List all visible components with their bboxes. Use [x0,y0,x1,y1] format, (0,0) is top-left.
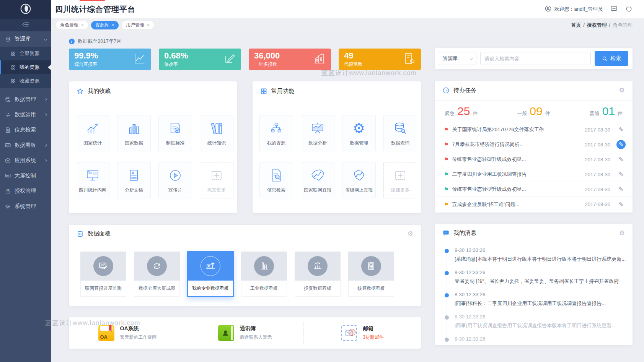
gear-icon[interactable]: ⚙ [619,229,625,237]
user-welcome[interactable]: 欢迎您：andif_管理员 [545,5,603,13]
dashboard-card-investment[interactable]: 投资数据看板 [295,252,341,297]
dashboard-card-my-professional[interactable]: 我的专业数据看板 [187,252,233,297]
task-date: 2017-08-30 [585,201,611,207]
message-item[interactable]: 8-30 12:33:26 [外部消息]本版本将于明日进行系统更新... [445,333,625,345]
sidebar-item-data-dashboard[interactable]: 数据看板 [0,138,51,153]
favorite-tile-promo-video[interactable]: 宣传片 [158,162,192,198]
chevron-right-icon [44,113,47,116]
edit-icon[interactable]: ✎ [616,185,626,194]
close-icon[interactable]: × [112,23,114,28]
quick-link-contacts[interactable]: 通讯簿 最近联系人暂无 [186,322,303,344]
function-tile-provincial-report[interactable]: 省级网上直报 [342,162,376,198]
favorite-tile-knowledge[interactable]: 统计知识 [200,115,233,151]
message-item[interactable]: 8-30 12:33:26 受省委副书记、省长尹力委托，省委常委、常务副省长王宁… [445,266,625,288]
message-item[interactable]: 8-30 12:33:26 [同事]张科长：二季度四川企业用工状况调用工状况调查… [445,288,625,310]
favorite-tile-add-more[interactable]: 添加更多 [200,162,233,198]
edit-icon[interactable]: ✎ [616,170,626,179]
message-item[interactable]: 8-30 12:33:26 [同事]用工状况调查报告用工状况调查报告本版本将于明… [445,310,625,333]
sidebar-item-label: 系统管理 [15,203,36,210]
task-row[interactable]: ⚑ 7月攀枝花市经济运行情况简析.. 2017-08-30 ✎ [435,137,633,152]
favorites-header: 我的收藏 [69,81,237,101]
stat-card-agent-reports[interactable]: 49 代报笔数 [339,49,421,70]
favorite-tile-analysis-doc[interactable]: A 分析文稿 [117,162,151,198]
task-row[interactable]: ⚑ 二季度四川企业用工状况调查报告 2017-08-30 ✎ [435,167,633,182]
sidebar-item-system-management[interactable]: 系统管理 [0,199,51,214]
message-item[interactable]: 8-30 12:33:26 [系统消息]本版本将于明日进行版本将于明日进行版本将… [445,244,625,266]
function-tile-my-resources[interactable]: 我的资源 [259,115,293,151]
edit-icon[interactable]: ✎ [616,200,626,209]
stat-card-modify-rate[interactable]: 0.68% 修改率 [159,49,241,70]
close-icon[interactable]: × [81,23,84,28]
search-input[interactable] [480,52,591,65]
edit-icon[interactable]: ✎ [616,155,626,164]
todo-stat-common: 普通 01 件 [590,105,623,118]
sidebar-item-app-system[interactable]: 应用系统 [0,153,51,168]
sidebar-item-label: 我的资源 [20,64,39,71]
sidebar-item-info-search[interactable]: 信息检索 [0,122,51,138]
task-row[interactable]: ⚑ 关于国家统计局第20170726文件落实工作 2017-08-30 ✎ [435,122,633,137]
function-tile-add-more[interactable]: 添加更多 [383,162,417,198]
oa-icon: OA [98,325,114,341]
search-button[interactable]: 检索 [595,51,628,66]
stat-count: 09 [530,105,542,118]
message-icon[interactable] [610,5,618,14]
sidebar-group-resources[interactable]: 资源库 [0,31,51,47]
tab-resources[interactable]: 资源库 × [91,21,119,29]
chevron-right-icon [44,159,47,162]
sidebar-item-all-resources[interactable]: 全部资源 [0,47,51,60]
dashboard-card-warehouse[interactable]: 数据仓库大屏成图 [134,252,180,297]
gear-icon[interactable]: ⚙ [408,230,413,238]
dashboard-card-report-monitor[interactable]: 联网直报进度监测 [80,252,126,297]
stat-card-multi-report[interactable]: 36,000 一址多报数 [249,49,331,70]
sidebar-item-authorization[interactable]: 授权管理 [0,183,51,199]
quick-link-title: 通讯簿 [240,325,272,332]
function-tile-data-management[interactable]: ⚙ 数据管理 [342,115,376,151]
sync-icon [5,112,11,118]
sidebar-item-data-usage[interactable]: 数据运用 [0,107,51,122]
function-tile-data-query[interactable]: 数据查询 [383,115,417,151]
quick-link-oa[interactable]: OA OA系统 暂无新的工作提醒 [69,322,186,344]
sidebar-collapse-button[interactable] [0,19,51,31]
investment-chart-icon [308,256,328,276]
task-row[interactable]: ⚑ 传统零售业态转型升级成效初显... 2017-08-30 ✎ [435,182,633,197]
sidebar-item-my-resources[interactable]: 我的资源 [0,60,51,74]
calculator-icon [361,256,381,276]
add-more-icon [209,167,225,183]
gear-icon[interactable]: ⚙ [619,86,625,94]
dashboard-card-accounting[interactable]: 核算数据看板 [348,252,394,297]
tab-role-management[interactable]: 角色管理 × [56,21,88,29]
breadcrumb-home[interactable]: 首页 [571,22,585,29]
breadcrumb-auth[interactable]: 授权管理 [587,22,611,29]
search-category-select[interactable]: 资源库 [439,52,476,65]
quick-link-mail[interactable]: 邮箱 3封新邮件 [303,322,421,344]
edit-icon[interactable]: ✎ [616,125,626,134]
todo-stat-normal: 一般 09 件 [517,105,550,118]
dashboard-card-industry[interactable]: 工业数据看板 [241,252,287,297]
trend-chart-icon [85,120,101,136]
tab-user-management[interactable]: 用户管理 × [122,21,154,29]
sidebar-item-big-screen[interactable]: 大屏控制 [0,168,51,183]
task-date: 2017-08-30 [585,157,611,162]
function-tile-data-analysis[interactable]: 数据分析 [301,115,334,151]
stat-card-report-rate[interactable]: 99.9% 综合直报率 [69,49,151,70]
task-row[interactable]: ⚑ 五成多企业反映“招工难”问题... 2017-08-30 ✎ [435,197,633,212]
favorite-tile-national-data[interactable]: 国家数据 [117,115,151,151]
flag-icon: ⚑ [444,156,449,162]
sidebar-item-data-management[interactable]: 数据管理 [0,92,51,107]
sidebar-item-favorite-resources[interactable]: 收藏资源 [0,74,51,88]
app-logo[interactable] [0,0,51,19]
edit-icon[interactable]: ✎ [616,140,626,149]
favorite-tile-standards[interactable]: 制度标准 [158,115,192,151]
top-red-indicator [80,0,105,1]
favorite-tile-national-stats[interactable]: 国家统计 [76,115,109,151]
report-icon [403,52,416,67]
task-row[interactable]: ⚑ 传统零售业态转型升级成效初显... 2017-08-30 ✎ [435,152,633,167]
grid-icon [260,88,267,95]
function-tile-info-search[interactable]: 信息检索 [259,162,293,198]
power-icon[interactable] [625,5,633,14]
org-chart-icon [268,120,284,136]
favorite-tile-intranet[interactable]: 四川统计内网 [76,162,109,198]
function-tile-national-report[interactable]: 国家联网直报 [301,162,334,198]
close-icon[interactable]: × [147,23,150,28]
chevron-down-icon [470,57,473,60]
